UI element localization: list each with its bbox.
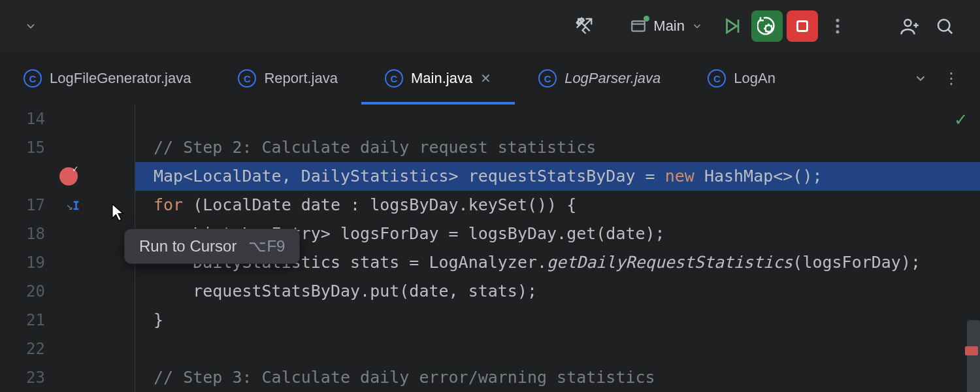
svg-rect-4 — [798, 22, 808, 31]
svg-rect-0 — [632, 21, 645, 31]
tab-main-java[interactable]: CMain.java✕ — [361, 52, 515, 105]
analysis-ok-icon[interactable]: ✓ — [954, 110, 968, 130]
svg-line-12 — [948, 29, 952, 33]
line-number[interactable]: 17 — [0, 191, 56, 220]
line-number[interactable]: 19 — [0, 248, 56, 277]
tab-logparser-java[interactable]: CLogParser.java — [515, 52, 684, 105]
error-stripe-mark[interactable] — [965, 346, 978, 355]
code-line[interactable]: Map<LocalDate, DailyStatistics> requestS… — [135, 162, 980, 191]
tab-logfilegenerator-java[interactable]: CLogFileGenerator.java — [0, 52, 214, 105]
code-line[interactable]: for (LocalDate date : logsByDay.keySet()… — [135, 191, 980, 220]
line-number[interactable]: 20 — [0, 277, 56, 306]
gutter-icons: ✓↘ⵊ — [56, 105, 95, 392]
close-tab-icon[interactable]: ✕ — [480, 71, 491, 86]
java-class-icon: C — [238, 69, 256, 88]
run-config-name: Main — [653, 18, 685, 35]
more-run-actions[interactable] — [822, 10, 853, 42]
tab-label: LogFileGenerator.java — [50, 70, 191, 87]
run-button[interactable] — [716, 10, 747, 42]
svg-marker-1 — [727, 20, 737, 33]
run-to-cursor-gutter-icon[interactable]: ↘ⵊ — [66, 199, 79, 212]
scrollbar[interactable] — [967, 320, 980, 392]
tab-label: Main.java — [411, 70, 472, 87]
run-config-icon — [630, 18, 647, 35]
line-number[interactable]: 21 — [0, 306, 56, 335]
svg-point-7 — [836, 30, 840, 33]
main-toolbar: Main — [0, 0, 980, 52]
tooltip-label: Run to Cursor — [139, 237, 237, 255]
line-number[interactable]: 14 — [0, 105, 56, 133]
run-to-cursor-tooltip: Run to Cursor ⌥F9 — [124, 229, 300, 264]
line-number-gutter: 141517181920212223 — [0, 105, 56, 392]
line-number[interactable]: 23 — [0, 363, 56, 392]
svg-point-5 — [836, 19, 840, 22]
tooltip-shortcut: ⌥F9 — [248, 237, 285, 255]
line-number[interactable]: 15 — [0, 133, 56, 162]
svg-point-11 — [938, 20, 950, 31]
code-line[interactable]: // Step 2: Calculate daily request stati… — [135, 133, 980, 162]
build-button[interactable] — [568, 10, 600, 42]
line-number[interactable]: 18 — [0, 220, 56, 248]
line-number[interactable] — [0, 162, 56, 191]
code-editor[interactable]: 141517181920212223 ✓↘ⵊ // Step 2: Calcul… — [0, 105, 980, 392]
code-line[interactable]: requestStatsByDay.put(date, stats); — [135, 277, 980, 306]
project-dropdown[interactable] — [20, 20, 42, 33]
tab-label: LogParser.java — [564, 70, 661, 87]
tab-report-java[interactable]: CReport.java — [214, 52, 361, 105]
tab-logan[interactable]: CLogAn — [684, 52, 799, 105]
breakpoint-icon[interactable]: ✓ — [59, 167, 78, 186]
java-class-icon: C — [538, 69, 557, 88]
code-line[interactable] — [135, 105, 980, 133]
code-line[interactable]: // Step 3: Calculate daily error/warning… — [135, 363, 980, 392]
stop-button[interactable] — [787, 10, 818, 42]
svg-point-8 — [905, 20, 911, 26]
line-number[interactable]: 22 — [0, 335, 56, 363]
svg-point-6 — [836, 25, 840, 28]
editor-tabs: CLogFileGenerator.javaCReport.javaCMain.… — [0, 52, 980, 105]
debug-button[interactable] — [751, 10, 783, 42]
code-line[interactable]: } — [135, 306, 980, 335]
svg-point-3 — [766, 25, 772, 32]
tab-label: LogAn — [734, 70, 776, 87]
java-class-icon: C — [708, 69, 726, 88]
chevron-down-icon — [691, 20, 703, 32]
tab-label: Report.java — [264, 70, 338, 87]
java-class-icon: C — [385, 69, 403, 88]
tabs-more-menu[interactable]: ⋮ — [943, 69, 960, 88]
search-everywhere-button[interactable] — [929, 10, 960, 42]
java-class-icon: C — [24, 69, 42, 88]
code-with-me-button[interactable] — [894, 10, 925, 42]
tabs-dropdown[interactable] — [913, 71, 928, 86]
run-config-selector[interactable]: Main — [621, 10, 712, 42]
code-line[interactable] — [135, 335, 980, 363]
